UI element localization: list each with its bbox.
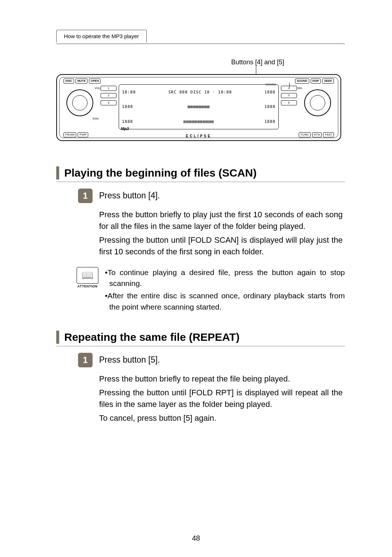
repeat-title: Repeating the same file (REPEAT) [64, 331, 240, 343]
device-diagram: DISC MUTE OPEN SOUND DISP SEEK VOL ESN S… [56, 74, 341, 141]
lcd-r2-mid: ▧▧▧▧▧▧▧▧ [136, 104, 262, 109]
repeat-p1: Press the button briefly to repeat the f… [99, 373, 343, 385]
scan-step-title: Press button [4]. [99, 191, 160, 201]
preset-6: 6 [281, 100, 297, 105]
callout-pointer [256, 66, 256, 74]
disp-button: DISP [311, 78, 321, 84]
mute-button: MUTE [75, 78, 87, 84]
step-number-badge: 1 [78, 353, 93, 367]
cd-model-label: CD3434 [265, 83, 276, 86]
step-number-badge: 1 [78, 189, 93, 203]
lcd-r3-left: 1888 [122, 119, 133, 124]
sel-label: SEL [297, 86, 303, 90]
scan-p2: Pressing the button until [FOLD SCAN] is… [99, 234, 343, 258]
repeat-body: Press the button briefly to repeat the f… [99, 373, 343, 424]
scan-title: Playing the beginning of files (SCAN) [64, 167, 257, 179]
lcd-display: 18:88 SRC 888 DISC 18 · 18:88 1888 1888 … [119, 84, 279, 129]
diagram-callout: Buttons [4] and [5] [212, 58, 303, 66]
preset-4: 4 [281, 86, 297, 91]
esn-label: ESN [93, 117, 98, 120]
attention-block: 📖 ATTENTION •To continue playing a desir… [77, 267, 345, 314]
header-rule [56, 44, 345, 44]
mp3-label: Mp3 [121, 126, 129, 131]
right-knob [304, 89, 331, 116]
repeat-p2: Pressing the button until [FOLD RPT] is … [99, 387, 343, 410]
seek-button: SEEK [322, 78, 334, 84]
attention-label: ATTENTION [77, 284, 98, 288]
scan-body: Press the button briefly to play just th… [99, 209, 343, 258]
open-button: OPEN [89, 78, 101, 84]
attention-line-1: •To continue playing a desired file, pre… [105, 267, 345, 289]
rtn-button: RTN [312, 132, 322, 137]
pwr-button: PWR [78, 132, 88, 137]
section-bar-icon [56, 331, 59, 344]
section-bar-icon [56, 166, 59, 179]
preset-1: 1 [101, 86, 117, 91]
repeat-step-title: Press button [5]. [99, 355, 160, 365]
lcd-r3-mid: ▥▥▥▥▥▥▥▥▥▥▥ [136, 119, 262, 124]
sound-button: SOUND [295, 78, 309, 84]
attention-line-2: •After the entire disc is scanned once, … [105, 290, 345, 312]
fast-button: FAST [323, 132, 334, 137]
preset-5: 5 [281, 93, 297, 98]
preset-3: 3 [101, 100, 117, 105]
vol-label: VOL [95, 86, 101, 90]
lcd-r1-right: 1888 [265, 90, 276, 94]
func-button: FUNC [299, 132, 310, 137]
repeat-section: Repeating the same file (REPEAT) 1 Press… [56, 331, 345, 424]
left-knob [66, 89, 93, 116]
fm-am-button: FM AM [64, 132, 76, 137]
disc-button: DISC [64, 78, 74, 84]
callout-target-line [289, 83, 290, 87]
repeat-p3: To cancel, press button [5] again. [99, 412, 343, 424]
preset-2: 2 [101, 93, 117, 98]
lcd-r3-right: 1888 [265, 119, 276, 124]
lcd-r1-left: 18:88 [122, 90, 136, 94]
lcd-r2-right: 1888 [265, 104, 276, 109]
attention-icon: 📖 [77, 267, 98, 284]
lcd-r1-mid: SRC 888 DISC 18 · 18:88 [139, 90, 261, 94]
page-number: 48 [0, 534, 392, 542]
scan-section: Playing the beginning of files (SCAN) 1 … [56, 166, 345, 314]
scan-p1: Press the button briefly to play just th… [99, 209, 343, 232]
left-number-column: 1 2 3 [101, 86, 117, 105]
right-number-column: 4 5 6 [281, 86, 297, 105]
chapter-tab: How to operate the MP3 player [56, 30, 147, 43]
lcd-r2-left: 1888 [122, 104, 133, 109]
